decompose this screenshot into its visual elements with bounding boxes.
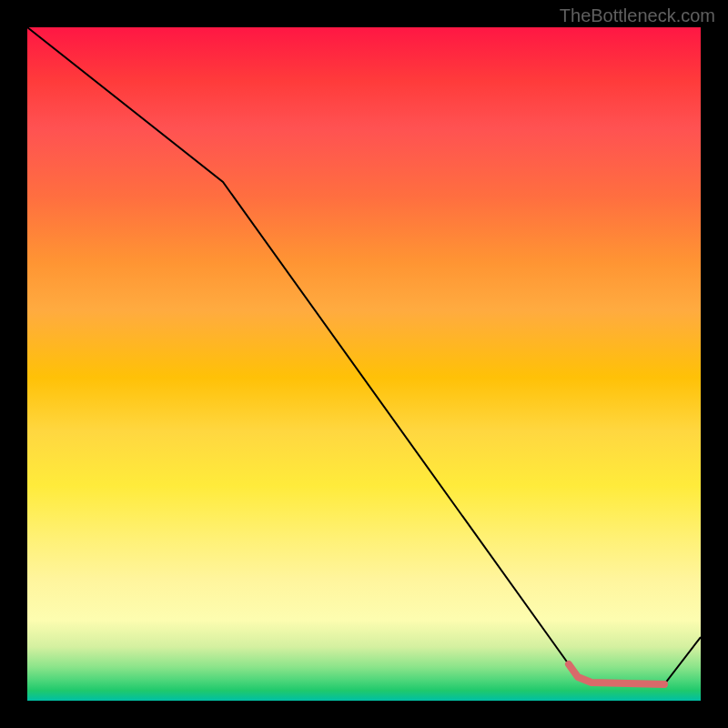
chart-svg <box>27 27 701 701</box>
bottleneck-curve-line <box>27 27 701 684</box>
highlight-segment-line <box>569 664 664 684</box>
watermark-text: TheBottleneck.com <box>560 5 715 26</box>
chart-plot-area <box>27 27 701 701</box>
